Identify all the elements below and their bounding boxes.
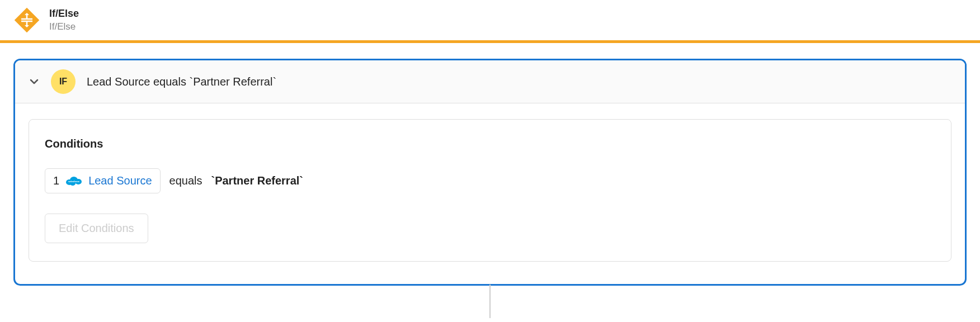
panel-body: Conditions 1 salesforce [15,103,965,284]
if-badge: IF [51,69,76,94]
panel-summary-text: Lead Source equals `Partner Referral` [87,75,276,88]
condition-field-chip[interactable]: 1 salesforce Lead Source [45,168,161,193]
connector-line [489,285,491,318]
condition-number: 1 [53,174,59,187]
if-panel: IF Lead Source equals `Partner Referral`… [13,59,967,286]
salesforce-icon: salesforce [65,175,83,187]
condition-row: 1 salesforce Lead Source eq [45,168,935,193]
header-subtitle: If/Else [49,21,79,33]
page-header: If/Else If/Else [0,0,980,40]
conditions-card: Conditions 1 salesforce [29,119,951,262]
header-text-block: If/Else If/Else [49,7,79,32]
condition-operator: equals [169,174,202,187]
chevron-down-icon[interactable] [29,76,40,87]
edit-conditions-button[interactable]: Edit Conditions [45,214,148,243]
if-else-icon [13,7,40,34]
header-title: If/Else [49,7,79,20]
condition-field-name: Lead Source [88,174,152,187]
conditions-title: Conditions [45,138,935,150]
svg-text:salesforce: salesforce [68,180,80,183]
condition-value: `Partner Referral` [211,174,303,187]
panel-header[interactable]: IF Lead Source equals `Partner Referral` [15,60,965,103]
